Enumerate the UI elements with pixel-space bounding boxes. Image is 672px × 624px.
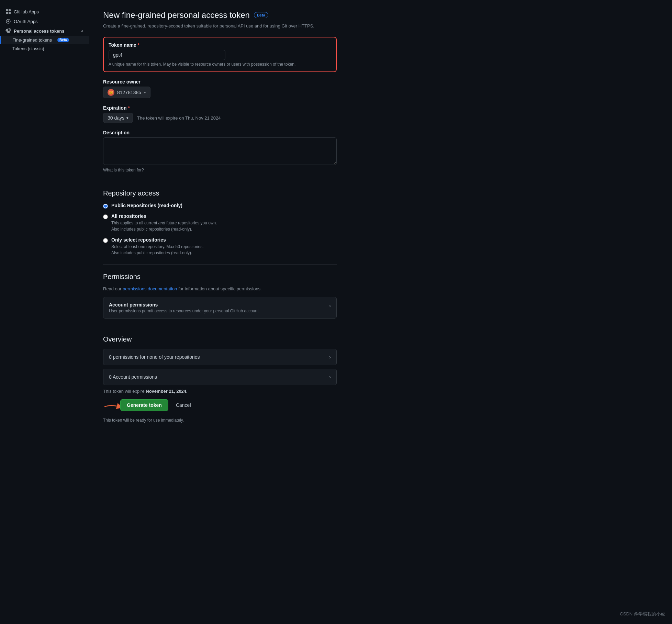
sidebar-item-github-apps[interactable]: GitHub Apps — [0, 7, 89, 16]
svg-rect-3 — [9, 12, 11, 14]
svg-rect-0 — [6, 9, 8, 11]
overview-account-label: 0 Account permissions — [109, 374, 157, 380]
expiration-controls: 30 days ▾ The token will expire on Thu, … — [103, 113, 337, 123]
fine-grained-label: Fine-grained tokens — [12, 37, 52, 43]
radio-public-input[interactable] — [103, 204, 108, 209]
radio-all-label: All repositories — [111, 213, 217, 219]
sidebar-item-tokens-classic[interactable]: Tokens (classic) — [0, 44, 89, 53]
fine-grained-badge: Beta — [57, 38, 69, 42]
radio-all-repos: All repositories This applies to all cur… — [103, 213, 337, 232]
personal-access-tokens-label: Personal access tokens — [14, 29, 64, 34]
expiration-value: 30 days — [108, 115, 124, 121]
divider-3 — [103, 327, 337, 327]
permissions-heading: Permissions — [103, 273, 337, 281]
svg-point-5 — [8, 21, 9, 22]
overview-account-chevron-icon: › — [329, 374, 331, 380]
owner-avatar: 🐱 — [108, 89, 114, 96]
expiration-required: * — [128, 105, 130, 111]
resource-owner-select[interactable]: 🐱 812781385 ▾ — [103, 87, 150, 98]
expiration-select[interactable]: 30 days ▾ — [103, 113, 133, 123]
resource-owner-label: Resource owner — [103, 79, 337, 85]
github-apps-label: GitHub Apps — [14, 9, 39, 14]
divider-1 — [103, 181, 337, 181]
oauth-apps-icon — [5, 19, 11, 24]
github-apps-icon — [5, 9, 11, 14]
radio-public-content: Public Repositories (read-only) — [111, 203, 182, 208]
required-indicator: * — [138, 42, 139, 48]
token-name-input[interactable] — [109, 50, 225, 60]
beta-badge: Beta — [254, 12, 268, 18]
expiration-row: Expiration * 30 days ▾ The token will ex… — [103, 105, 337, 123]
token-expiry-note: This token will expire November 21, 2024… — [103, 389, 337, 394]
sidebar-item-personal-access-tokens[interactable]: Personal access tokens ∧ — [0, 26, 89, 36]
radio-public-label: Public Repositories (read-only) — [111, 203, 182, 208]
radio-public-repos: Public Repositories (read-only) — [103, 203, 337, 209]
account-permissions-text: Account permissions User permissions per… — [109, 302, 260, 313]
description-input[interactable] — [103, 137, 337, 165]
sidebar-item-oauth-apps[interactable]: OAuth Apps — [0, 16, 89, 26]
buttons-row: Generate token Cancel — [120, 399, 194, 411]
expiration-label: Expiration * — [103, 105, 337, 111]
page-title-row: New fine-grained personal access token B… — [103, 10, 658, 20]
radio-select-desc: Select at least one repository. Max 50 r… — [111, 244, 204, 256]
overview-heading: Overview — [103, 335, 337, 343]
description-row: Description What is this token for? — [103, 130, 337, 172]
account-permissions-chevron-icon: › — [329, 303, 331, 309]
expiration-note: The token will expire on Thu, Nov 21 202… — [137, 115, 221, 121]
radio-select-content: Only select repositories Select at least… — [111, 237, 204, 256]
permissions-doc-link[interactable]: permissions documentation — [123, 286, 177, 291]
expiration-dropdown-icon: ▾ — [126, 116, 128, 120]
divider-2 — [103, 264, 337, 265]
token-name-label: Token name * — [109, 42, 331, 48]
account-permissions-title: Account permissions — [109, 302, 260, 308]
account-permissions-desc: User permissions permit access to resour… — [109, 309, 260, 313]
permissions-note: Read our permissions documentation for i… — [103, 286, 337, 291]
radio-select-repos: Only select repositories Select at least… — [103, 237, 337, 256]
owner-value: 812781385 — [117, 90, 141, 95]
svg-rect-1 — [9, 9, 11, 11]
account-permissions-panel[interactable]: Account permissions User permissions per… — [103, 297, 337, 319]
arrow-annotation: Generate token Cancel — [103, 399, 337, 414]
form-section: Token name * A unique name for this toke… — [103, 37, 337, 423]
svg-rect-2 — [6, 12, 8, 14]
resource-owner-row: Resource owner 🐱 812781385 ▾ — [103, 79, 337, 98]
sidebar: GitHub Apps OAuth Apps Personal access t… — [0, 0, 89, 624]
owner-chevron-icon: ▾ — [144, 90, 146, 95]
watermark: CSDN @学编程的小虎 — [620, 611, 665, 617]
radio-all-desc: This applies to all current and future r… — [111, 220, 217, 232]
page-title: New fine-grained personal access token — [103, 10, 250, 20]
radio-select-label: Only select repositories — [111, 237, 204, 243]
radio-select-input[interactable] — [103, 238, 108, 243]
overview-repos-label: 0 permissions for none of your repositor… — [109, 354, 200, 360]
tokens-classic-label: Tokens (classic) — [12, 46, 44, 51]
radio-all-input[interactable] — [103, 214, 108, 219]
ready-note: This token will be ready for use immedia… — [103, 418, 337, 423]
sidebar-item-fine-grained[interactable]: Fine-grained tokens Beta — [0, 36, 89, 44]
radio-all-content: All repositories This applies to all cur… — [111, 213, 217, 232]
overview-repos-chevron-icon: › — [329, 354, 331, 360]
subtitle: Create a fine-grained, repository-scoped… — [103, 23, 658, 29]
key-icon — [5, 28, 11, 34]
token-name-hint: A unique name for this token. May be vis… — [109, 62, 331, 67]
main-content: New fine-grained personal access token B… — [89, 0, 672, 624]
repo-access-heading: Repository access — [103, 189, 337, 197]
token-expiry-bold: November 21, 2024. — [146, 389, 187, 394]
oauth-apps-label: OAuth Apps — [14, 19, 37, 24]
token-name-box: Token name * A unique name for this toke… — [103, 37, 337, 72]
description-hint: What is this token for? — [103, 168, 337, 172]
cancel-button[interactable]: Cancel — [172, 400, 194, 411]
description-label: Description — [103, 130, 337, 135]
chevron-up-icon: ∧ — [81, 29, 83, 33]
overview-account-panel[interactable]: 0 Account permissions › — [103, 369, 337, 385]
overview-repos-panel[interactable]: 0 permissions for none of your repositor… — [103, 349, 337, 365]
generate-token-button[interactable]: Generate token — [120, 399, 168, 411]
